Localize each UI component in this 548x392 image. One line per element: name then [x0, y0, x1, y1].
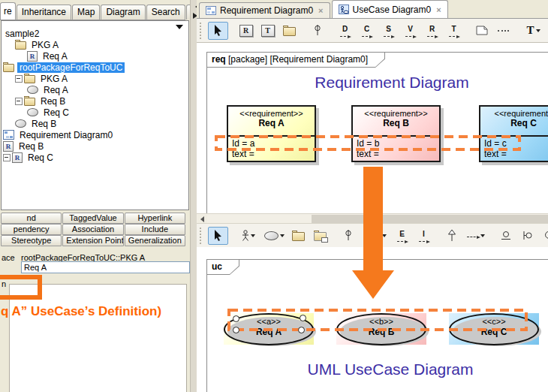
property-tab[interactable]: Hyperlink — [125, 213, 185, 224]
close-icon[interactable]: × — [436, 5, 441, 14]
tree-item[interactable]: Req C — [2, 107, 188, 118]
requirement-box[interactable]: <<requirement>> Req B Id = b text = — [351, 105, 441, 162]
interface-tool-button[interactable] — [495, 227, 516, 245]
frame-keyword: uc — [212, 261, 222, 272]
tree-item[interactable]: Req B — [2, 95, 188, 107]
selection-handle[interactable] — [233, 327, 239, 333]
include-tool-button[interactable]: I — [414, 227, 434, 245]
panel-tab[interactable]: Inheritance — [17, 5, 71, 20]
requirement-box[interactable]: <<requirement> Req C Id = c text = — [479, 105, 548, 162]
tree-item[interactable]: PKG A — [2, 73, 188, 84]
verify-arrow-icon: V — [405, 25, 415, 37]
tree-item-label: rootPackageForReqToUC — [17, 62, 125, 73]
testcase-tool-icon: T — [261, 25, 275, 37]
tree-item[interactable]: Requirement Diagram0 — [2, 129, 188, 140]
usecase-ellipse[interactable]: <<c>> Req C — [449, 313, 539, 345]
dropdown-caret-icon[interactable] — [280, 234, 285, 240]
dropdown-caret-icon[interactable] — [251, 234, 255, 240]
scrollbar-thumb[interactable] — [312, 215, 548, 223]
tree-collapse-button[interactable] — [176, 25, 183, 33]
dependency-tool-button[interactable] — [463, 227, 488, 245]
circular-arrow-icon — [543, 231, 548, 240]
expander-icon[interactable] — [3, 154, 12, 161]
selection-handle[interactable] — [233, 315, 239, 322]
requirement-header: <<requirement>> Req B — [353, 107, 439, 137]
property-tab[interactable]: Stereotype — [1, 235, 62, 246]
requirement-body: Id = a text = — [228, 137, 315, 161]
frame-tool-button[interactable] — [310, 227, 330, 245]
property-tab[interactable]: TaggedValue — [62, 213, 123, 224]
panel-tab[interactable]: Search — [146, 5, 185, 20]
selection-handle[interactable] — [298, 327, 305, 333]
usecase-node[interactable]: <<c>> Req C — [449, 313, 539, 345]
tree-item[interactable]: PKG A — [2, 39, 188, 50]
expander-icon[interactable] — [15, 75, 24, 82]
frame-keyword: req — [212, 54, 226, 65]
property-tab[interactable]: Include — [125, 224, 185, 235]
select-tool-button[interactable] — [208, 22, 228, 40]
anchor-tool-button[interactable] — [338, 227, 358, 245]
requirement-box[interactable]: <<requirement>> Req A Id = a text = — [227, 105, 316, 162]
actor-tool-button[interactable] — [236, 227, 260, 245]
copy-tool-button[interactable]: C — [357, 22, 377, 40]
trace-tool-button[interactable]: T — [444, 22, 464, 40]
testcase-tool-button[interactable]: T — [257, 22, 278, 40]
tab-usecase-diagram[interactable]: UseCase Diagram0 × — [332, 0, 448, 18]
definition-textarea[interactable] — [9, 284, 187, 392]
note-anchor-tool-button[interactable] — [493, 22, 513, 40]
tree-item-label: sample2 — [3, 29, 41, 39]
panel-tab[interactable]: re — [0, 2, 16, 20]
property-tab-row: StereotypeExtension PointGeneralization — [1, 235, 186, 246]
structure-panel: reInheritanceMapDiagramSearchAlias sampl… — [0, 0, 190, 392]
package-tool-button[interactable] — [279, 22, 300, 40]
usecase-node[interactable]: <<b>> Req B — [336, 313, 426, 345]
expander-icon[interactable] — [15, 98, 24, 104]
verify-tool-button[interactable]: V — [400, 22, 420, 40]
note-tool-button[interactable] — [471, 22, 492, 40]
usecase-diagram-canvas[interactable]: uc <<a>> Req A <<b>> Req B — [197, 247, 548, 392]
property-tab[interactable]: Extension Point — [62, 235, 123, 246]
derive-tool-button[interactable]: D — [335, 22, 355, 40]
tab-requirement-diagram[interactable]: Requirement Diagram0 × — [199, 2, 330, 18]
tree-item[interactable]: Req C — [2, 152, 188, 163]
generalization-tool-button[interactable] — [441, 227, 462, 245]
tree-item[interactable]: Req B — [2, 118, 188, 129]
package-tool-button[interactable] — [288, 227, 309, 245]
property-tab[interactable]: Association — [62, 224, 123, 235]
socket-tool-button[interactable] — [517, 227, 537, 245]
toolbar-grip[interactable] — [200, 228, 203, 244]
selection-handle[interactable] — [300, 315, 306, 321]
tree-item[interactable]: rootPackageForReqToUC — [2, 62, 188, 73]
usecase-tool-button[interactable] — [262, 227, 287, 245]
requirement-text-line: text = — [232, 149, 311, 159]
tree-item[interactable]: sample2 — [2, 28, 188, 39]
requirement-text-line: text = — [357, 149, 435, 159]
requirement-diagram-canvas[interactable]: req [package] [Requirement Diagram0] Req… — [197, 43, 548, 213]
text-tool-button[interactable]: T — [521, 22, 546, 40]
tree-item[interactable]: Req B — [2, 140, 188, 152]
dropdown-caret-icon[interactable] — [536, 29, 540, 35]
satisfy-tool-button[interactable]: S — [378, 22, 399, 40]
property-tab[interactable]: nd — [1, 213, 62, 224]
panel-tab[interactable]: Diagram — [101, 5, 145, 20]
tree-item-icon — [15, 41, 26, 50]
dropdown-caret-icon[interactable] — [382, 234, 387, 240]
tree-item[interactable]: Req A — [2, 50, 188, 62]
dropdown-caret-icon[interactable] — [480, 234, 485, 240]
tree-item[interactable]: Req A — [2, 84, 188, 95]
property-tab[interactable]: Generalization — [125, 235, 185, 246]
toolbar-grip[interactable] — [200, 23, 203, 39]
state-tool-button[interactable] — [539, 227, 548, 245]
property-tab[interactable]: pendency — [1, 224, 62, 235]
usecase-ellipse[interactable]: <<b>> Req B — [336, 313, 426, 345]
name-field[interactable]: Req A — [21, 261, 190, 273]
association-tool-button[interactable] — [366, 227, 390, 245]
anchor-tool-button[interactable] — [307, 22, 327, 40]
scroll-left-button[interactable] — [197, 215, 207, 223]
close-icon[interactable]: × — [318, 6, 323, 15]
extend-tool-button[interactable]: E — [392, 227, 412, 245]
refine-tool-button[interactable]: R — [422, 22, 442, 40]
select-tool-button[interactable] — [208, 227, 228, 245]
panel-tab[interactable]: Map — [72, 5, 100, 20]
requirement-tool-button[interactable]: R — [236, 22, 256, 40]
